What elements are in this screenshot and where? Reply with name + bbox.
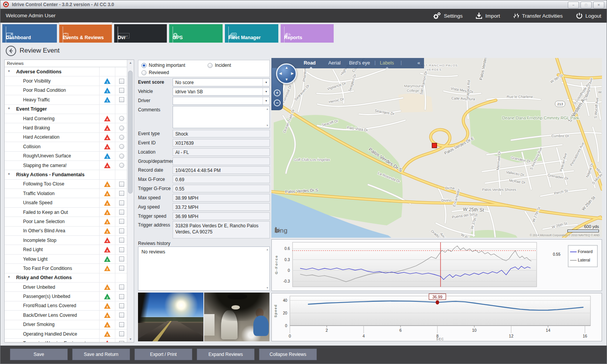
- collapse-arrow-icon[interactable]: ▾: [8, 69, 10, 73]
- tab-dvr[interactable]: MERGEDvr: [114, 24, 167, 43]
- item-radio[interactable]: [119, 135, 124, 140]
- dropdown-arrow-icon[interactable]: ▾: [263, 88, 269, 95]
- pan-down-icon[interactable]: ▼: [285, 78, 288, 81]
- item-checkbox[interactable]: [119, 294, 124, 299]
- tree-item-row[interactable]: Driver Smoking3: [5, 320, 127, 329]
- tree-category-row[interactable]: ▾Event Trigger: [5, 105, 127, 114]
- tree-item-row[interactable]: Heavy Traffic1: [5, 95, 127, 104]
- item-checkbox[interactable]: [119, 219, 124, 224]
- tree-item-row[interactable]: Poor Visibility1: [5, 76, 127, 86]
- item-checkbox[interactable]: [119, 247, 124, 252]
- tree-scrollbar[interactable]: ▲ ▼: [127, 60, 134, 342]
- item-checkbox[interactable]: [119, 313, 124, 318]
- item-checkbox[interactable]: [119, 285, 124, 290]
- radio-reviewed[interactable]: Reviewed: [141, 70, 169, 75]
- save-button[interactable]: Save: [10, 349, 68, 360]
- dropdown-arrow-icon[interactable]: ▾: [263, 97, 269, 104]
- scroll-up-icon[interactable]: ▲: [266, 248, 269, 251]
- item-checkbox[interactable]: [119, 210, 124, 215]
- map-style-labels[interactable]: Labels: [380, 60, 394, 66]
- scroll-thumb[interactable]: [128, 71, 133, 194]
- collapse-arrow-icon[interactable]: ▾: [8, 172, 10, 176]
- item-checkbox[interactable]: [119, 256, 124, 261]
- tree-item-row[interactable]: Slapping the camera!4: [5, 161, 127, 170]
- collapse-arrow-icon[interactable]: ▾: [8, 275, 10, 279]
- item-checkbox[interactable]: [119, 228, 124, 233]
- tab-dashboard[interactable]: Dashboard: [2, 24, 57, 43]
- import-button[interactable]: Import: [476, 12, 500, 19]
- settings-button[interactable]: Settings: [433, 12, 463, 20]
- tab-fleet-manager[interactable]: Fleet Manager: [225, 24, 278, 43]
- tree-item-row[interactable]: Hard Acceleration4: [5, 133, 127, 142]
- pan-control[interactable]: ▲ ▼ ◀ ▶: [276, 63, 297, 84]
- back-button[interactable]: [6, 46, 16, 56]
- dropdown-arrow-icon[interactable]: ▾: [263, 79, 269, 86]
- item-checkbox[interactable]: [119, 322, 124, 327]
- item-checkbox[interactable]: [119, 191, 124, 196]
- item-checkbox[interactable]: [119, 200, 124, 205]
- logout-button[interactable]: Logout: [576, 12, 601, 19]
- driver-select[interactable]: ▾: [173, 97, 270, 105]
- front-camera-video[interactable]: [138, 293, 203, 341]
- scroll-up-icon[interactable]: ▲: [266, 108, 269, 110]
- tree-item-row[interactable]: Incomplete Stop4: [5, 236, 127, 245]
- pan-left-icon[interactable]: ◀: [279, 72, 282, 75]
- map-collapse-button[interactable]: «: [417, 60, 420, 66]
- pan-right-icon[interactable]: ▶: [291, 72, 294, 75]
- tree-item-row[interactable]: Hard Braking4: [5, 123, 127, 132]
- item-checkbox[interactable]: [119, 303, 124, 308]
- close-button[interactable]: ✕: [593, 2, 604, 8]
- tree-item-row[interactable]: Failed to Keep an Out3: [5, 208, 127, 217]
- map-style-road[interactable]: Road: [304, 60, 316, 66]
- tree-item-row[interactable]: Yellow Light2: [5, 255, 127, 264]
- comments-textarea[interactable]: ▲▼: [173, 106, 270, 128]
- item-radio[interactable]: [119, 144, 124, 149]
- tree-item-row[interactable]: Driver Unbelted3: [5, 283, 127, 292]
- tree-category-row[interactable]: ▾Adverse Conditions: [5, 67, 127, 76]
- item-checkbox[interactable]: [119, 266, 124, 271]
- tree-item-row[interactable]: Rough/Uneven Surface1: [5, 152, 127, 161]
- item-checkbox[interactable]: [119, 182, 124, 187]
- tree-item-row[interactable]: Following Too Close3: [5, 180, 127, 189]
- tree-item-row[interactable]: Poor Road Condition1: [5, 86, 127, 95]
- tree-category-row[interactable]: ▾Risky Actions - Fundamentals: [5, 170, 127, 179]
- item-radio[interactable]: [119, 163, 124, 168]
- tree-item-row[interactable]: Red Light4: [5, 245, 127, 254]
- export-print-button[interactable]: Export / Print: [135, 349, 192, 360]
- item-checkbox[interactable]: [119, 79, 124, 84]
- collapse-reviews-button[interactable]: Collapse Reviews: [259, 349, 317, 360]
- tree-category-row[interactable]: ▾Risky and Other Actions: [5, 273, 127, 283]
- zoom-in-button[interactable]: +: [274, 89, 281, 96]
- tree-item-row[interactable]: Back/Driver Lens Covered3: [5, 311, 127, 320]
- tree-item-row[interactable]: Front/Road Lens Covered3: [5, 301, 127, 311]
- transfer-activities-button[interactable]: Transfer Activities: [513, 12, 563, 19]
- tree-item-row[interactable]: Tampering/Abusing Equipment4: [5, 339, 127, 342]
- collapse-arrow-icon[interactable]: ▾: [8, 106, 10, 110]
- map-panel[interactable]: Conqueror DrForrestal DrSearaven DrPhant…: [271, 58, 602, 238]
- tree-item-row[interactable]: Collision4: [5, 142, 127, 151]
- tree-item-row[interactable]: Unsafe Speed3: [5, 198, 127, 207]
- minimize-button[interactable]: –: [568, 2, 579, 8]
- tree-item-row[interactable]: Passenger(s) Unbelted2: [5, 292, 127, 301]
- tree-item-row[interactable]: In Other's Blind Area3: [5, 227, 127, 236]
- event-score-select[interactable]: No score▾: [173, 78, 270, 86]
- scroll-down-icon[interactable]: ▼: [266, 286, 269, 289]
- item-checkbox[interactable]: [119, 97, 124, 102]
- tab-reports[interactable]: Reports: [281, 24, 334, 43]
- item-radio[interactable]: [119, 126, 124, 131]
- maximize-button[interactable]: □: [580, 2, 592, 8]
- expand-reviews-button[interactable]: Expand Reviews: [197, 349, 254, 360]
- item-checkbox[interactable]: [119, 331, 124, 336]
- tree-item-row[interactable]: Hard Cornering4: [5, 114, 127, 123]
- zoom-out-button[interactable]: −: [274, 99, 281, 106]
- vehicle-select[interactable]: idrive Van SB▾: [173, 88, 270, 96]
- tree-item-row[interactable]: Operating Handled Device3: [5, 329, 127, 339]
- map-style-aerial[interactable]: Aerial: [328, 60, 341, 66]
- pan-up-icon[interactable]: ▲: [285, 66, 288, 69]
- item-checkbox[interactable]: [119, 238, 124, 243]
- cabin-camera-video[interactable]: [204, 293, 269, 341]
- tab-events-reviews[interactable]: Events & Reviews: [59, 24, 112, 43]
- item-radio[interactable]: [119, 116, 124, 121]
- item-radio[interactable]: [119, 154, 124, 159]
- tree-item-row[interactable]: Poor Lane Selection3: [5, 217, 127, 226]
